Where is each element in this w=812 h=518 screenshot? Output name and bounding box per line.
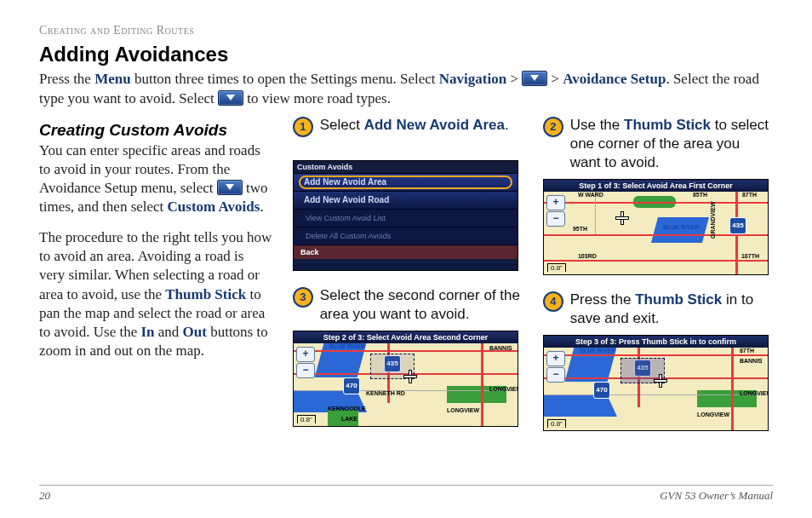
map-step3-screenshot: Step 3 of 3: Press Thumb Stick in to con… [543, 335, 769, 431]
subheading-custom-avoids: Creating Custom Avoids [39, 121, 272, 140]
map-label: LAKE [341, 416, 357, 422]
intro-text: to view more road types. [243, 90, 391, 106]
map-label: 107TH [741, 253, 759, 259]
paragraph: The procedure to the right tells you how… [39, 228, 272, 360]
map-label: BANNIS [489, 345, 512, 351]
map-label: LONGVIEW [697, 412, 729, 417]
map-title: Step 2 of 3: Select Avoid Area Second Co… [294, 331, 518, 343]
zoom-in-button: + [296, 347, 315, 362]
map-scale: 0.8" [547, 263, 566, 272]
map-label: KENNETH RD [366, 390, 405, 396]
menu-item: Add New Avoid Road [294, 192, 518, 210]
map-label: KERNOODLE [328, 406, 366, 412]
map-label: 87TH [742, 192, 757, 198]
map-label: LONGVIEW [740, 390, 769, 396]
map-step2-screenshot: Step 2 of 3: Select Avoid Area Second Co… [293, 331, 518, 427]
body-text: . [260, 199, 263, 215]
menu-item: Delete All Custom Avoids [294, 227, 518, 245]
step-4-title: 4 Press the Thumb Stick in to save and e… [543, 291, 773, 328]
section-header: Creating and Editing Routes [39, 24, 773, 37]
step-number-badge: 3 [293, 287, 313, 308]
custom-avoids-menu-screenshot: Custom Avoids Add New Avoid Area Add New… [293, 160, 518, 271]
page-title: Adding Avoidances [39, 43, 773, 66]
map-label: BLUE RIVER [329, 343, 365, 349]
map-scale: 0.8" [547, 419, 566, 428]
crosshair-icon [616, 212, 628, 224]
zoom-out-button: − [546, 367, 565, 383]
step-1-title: 1 Select Add New Avoid Area. [293, 116, 523, 136]
map-label: LONGVIEW [489, 386, 518, 392]
out-button-ref: Out [183, 324, 207, 340]
svg-marker-0 [530, 75, 539, 81]
intro-text: > [506, 71, 522, 87]
down-arrow-icon [522, 71, 547, 86]
step-text: Select the second corner of the area you… [320, 287, 520, 322]
map-title: Step 3 of 3: Press Thumb Stick in to con… [544, 336, 768, 348]
route-shield: 435 [729, 217, 746, 234]
zoom-out-button: − [546, 211, 565, 227]
step-text: Select [320, 117, 364, 133]
step-2-title: 2 Use the Thumb Stick to select one corn… [543, 116, 773, 172]
step-number-badge: 2 [543, 117, 563, 137]
manual-name: GVN 53 Owner’s Manual [660, 489, 773, 503]
intro-text: > [547, 71, 563, 87]
map-step1-screenshot: Step 1 of 3: Select Avoid Area First Cor… [543, 179, 769, 275]
svg-marker-1 [226, 95, 235, 101]
avoidance-setup-ref: Avoidance Setup [563, 71, 666, 87]
thumb-stick-ref: Thumb Stick [635, 291, 722, 308]
map-label: 103RD [578, 253, 597, 259]
zoom-in-button: + [546, 351, 565, 366]
step-text: Use the [570, 117, 624, 133]
step-text: . [505, 117, 509, 133]
back-button: Back [294, 245, 518, 259]
page-number: 20 [39, 489, 50, 503]
intro-text: button three times to open the Settings … [131, 71, 439, 87]
map-label: W WARD [578, 192, 603, 198]
menu-item: View Custom Avoid List [294, 210, 518, 227]
crosshair-icon [655, 375, 666, 387]
route-shield: 470 [593, 382, 610, 399]
map-scale: 0.8" [297, 415, 316, 423]
paragraph: You can enter specific areas and roads t… [39, 141, 272, 216]
intro-text: Press the [39, 71, 94, 87]
down-arrow-icon [218, 90, 243, 106]
step-text: Press the [570, 291, 636, 308]
thumb-stick-ref: Thumb Stick [165, 286, 246, 302]
map-label: BLUE RIVER [580, 348, 615, 354]
intro-paragraph: Press the Menu button three times to ope… [39, 70, 773, 109]
svg-marker-2 [226, 184, 234, 190]
map-label: BANNIS [740, 358, 763, 364]
map-label: GRANDVIEW [710, 202, 716, 239]
thumb-stick-ref: Thumb Stick [624, 117, 711, 133]
step-number-badge: 4 [543, 291, 563, 312]
zoom-out-button: − [296, 363, 315, 378]
map-label: 95TH [573, 226, 587, 232]
step-3-title: 3 Select the second corner of the area y… [293, 286, 523, 324]
down-arrow-icon [217, 180, 243, 195]
footer-rule [39, 485, 773, 486]
menu-tab-label: Custom Avoids [294, 161, 518, 174]
map-label: 85TH [693, 192, 707, 198]
navigation-ref: Navigation [439, 71, 506, 87]
in-button-ref: In [140, 324, 154, 340]
map-label: BLUE RIVER [663, 224, 699, 230]
menu-ref: Menu [94, 71, 131, 87]
custom-avoids-ref: Custom Avoids [168, 199, 260, 215]
route-shield: 470 [343, 377, 360, 394]
menu-item: Add New Avoid Area [294, 174, 518, 192]
step-number-badge: 1 [293, 117, 313, 137]
zoom-in-button: + [546, 195, 565, 210]
map-label: 87TH [740, 348, 754, 354]
crosshair-icon [404, 371, 416, 383]
map-title: Step 1 of 3: Select Avoid Area First Cor… [544, 180, 768, 192]
map-label: LONGVIEW [447, 407, 479, 413]
body-text: and [155, 324, 183, 340]
add-new-avoid-area-ref: Add New Avoid Area [364, 117, 505, 133]
